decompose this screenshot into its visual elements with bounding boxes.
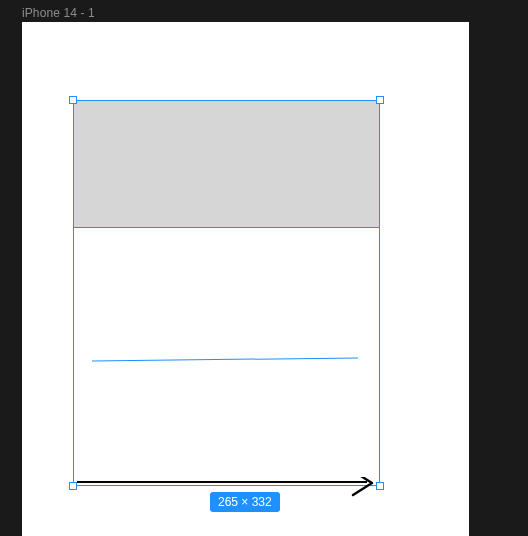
selection-handle-top-right[interactable] <box>376 96 384 104</box>
frame-title[interactable]: iPhone 14 - 1 <box>22 6 95 20</box>
selection-handle-bottom-right[interactable] <box>376 482 384 490</box>
arrow-layer[interactable] <box>77 477 379 489</box>
gray-rectangle-layer[interactable] <box>74 101 379 228</box>
selected-frame[interactable] <box>73 100 380 486</box>
line-layer[interactable] <box>92 357 358 361</box>
selection-size-badge: 265 × 332 <box>210 492 280 512</box>
artboard-canvas[interactable]: 265 × 332 <box>22 22 469 536</box>
selection-handle-bottom-left[interactable] <box>69 482 77 490</box>
selection-handle-top-left[interactable] <box>69 96 77 104</box>
